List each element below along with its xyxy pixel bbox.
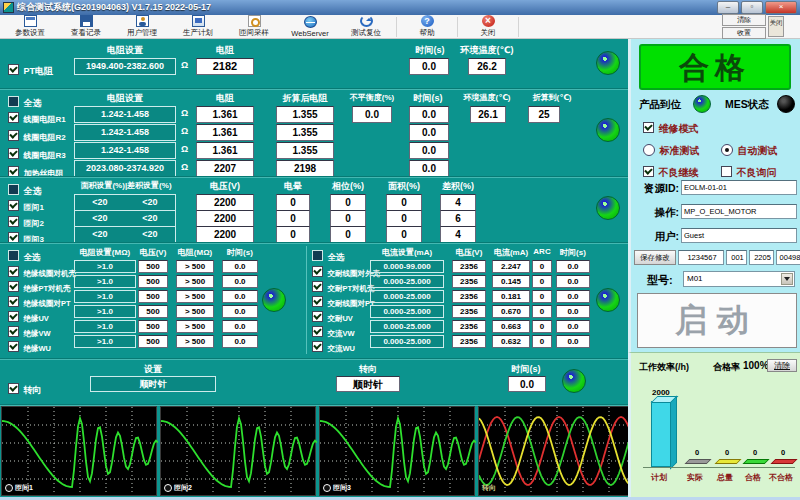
coil-setting-field[interactable]: 1.242-1.458 <box>74 124 176 141</box>
rotation-result-value: 顺时针 <box>336 376 400 392</box>
ins-res-value: > 500 <box>176 335 214 348</box>
maintenance-mode-checkbox[interactable]: 维修模式 <box>643 118 698 136</box>
close-side-tab[interactable]: 关闭 <box>768 16 784 37</box>
bar-plan <box>651 401 671 467</box>
toolbar-item-reset[interactable]: 测试复位 <box>338 15 394 38</box>
coil-conv-value: 1.355 <box>276 106 334 123</box>
user-input[interactable]: Guest <box>681 228 797 243</box>
toolbar-item-help[interactable]: 帮助 <box>399 15 455 38</box>
trace-dot-icon <box>164 484 172 492</box>
acw-setting-field[interactable]: 0.000-25.000 <box>370 290 444 303</box>
clear-mini-button[interactable]: 清除 <box>722 14 766 26</box>
ng-continue-checkbox[interactable]: 不良继续 <box>643 162 698 180</box>
checkbox-icon <box>643 122 654 133</box>
col-label: 相位(%) <box>324 180 372 193</box>
toolbar-item-close[interactable]: 关闭 <box>460 15 516 38</box>
ins-setting-field[interactable]: >1.0 <box>74 305 136 318</box>
window-title: 综合测试系统(G201904063) V1.7.15 2022-05-17 <box>17 1 211 14</box>
coil-setting-field[interactable]: 1.242-1.458 <box>74 142 176 159</box>
ins-res-value: > 500 <box>176 260 214 273</box>
standard-test-radio[interactable]: 标准测试 <box>643 140 699 158</box>
col-label: 面积(%) <box>380 180 428 193</box>
coil-row-checkbox[interactable]: 线圈电阻R3 <box>8 144 66 162</box>
turn-setting-field[interactable]: <20<20 <box>74 226 176 243</box>
close-button[interactable]: × <box>765 1 797 14</box>
acw-volt-value: 2356 <box>452 290 486 303</box>
serial-field-1[interactable]: 1234567 <box>678 250 724 265</box>
col-label: 电流(mA) <box>488 247 534 258</box>
reset-arrow-icon <box>360 15 373 27</box>
ng-ask-checkbox[interactable]: 不良询问 <box>721 162 776 180</box>
mes-status-label: MES状态 <box>725 98 769 112</box>
ins-setting-field[interactable]: >1.0 <box>74 290 136 303</box>
serial-field-2[interactable]: 001 <box>726 250 747 265</box>
clear-stats-button[interactable]: 清除 <box>767 359 797 372</box>
coil-row-checkbox[interactable]: 线圈电阻R1 <box>8 108 66 126</box>
ins-volt-value: 500 <box>138 290 168 303</box>
ins-setting-field[interactable]: >1.0 <box>74 335 136 348</box>
turn-setting-field[interactable]: <20<20 <box>74 210 176 227</box>
coil-setting-field[interactable]: 1.242-1.458 <box>74 106 176 123</box>
col-label: 面积设置(%)|差积设置(%) <box>56 180 196 191</box>
acw-setting-field[interactable]: 0.000-25.000 <box>370 305 444 318</box>
checkbox-icon <box>8 326 19 337</box>
pt-setting-field[interactable]: 1949.400-2382.600 <box>74 58 176 75</box>
serial-field-3[interactable]: 2205 <box>749 250 774 265</box>
ins-setting-field[interactable]: >1.0 <box>74 275 136 288</box>
acw-setting-field[interactable]: 0.000-25.000 <box>370 275 444 288</box>
coil-temp-value: 26.1 <box>470 106 506 123</box>
acw-setting-field[interactable]: 0.000-25.000 <box>370 335 444 348</box>
model-select[interactable]: M01 <box>683 271 795 287</box>
bar-total <box>715 459 742 464</box>
ins-res-value: > 500 <box>176 305 214 318</box>
ins-setting-field[interactable]: >1.0 <box>74 320 136 333</box>
bar-label-total: 总量 <box>717 472 733 483</box>
serial-field-4[interactable]: 00498 <box>776 250 800 265</box>
acw-row-checkbox[interactable]: 交流WU <box>312 337 355 355</box>
pt-res-value: 2182 <box>196 58 254 75</box>
pass-rate-value: 100% <box>743 360 769 371</box>
toolbar-item-sampling[interactable]: 匝间采样 <box>226 15 282 38</box>
maximize-button[interactable]: ▫ <box>741 1 763 14</box>
pt-checkbox[interactable]: PT电阻 <box>8 60 53 78</box>
col-label: 电压(V) <box>196 180 254 193</box>
collect-mini-button[interactable]: 收置 <box>722 27 766 39</box>
ins-volt-value: 500 <box>138 275 168 288</box>
acw-time-value: 0.0 <box>556 260 590 273</box>
minimize-button[interactable]: – <box>717 1 739 14</box>
acw-setting-field[interactable]: 0.000-99.000 <box>370 260 444 273</box>
checkbox-icon <box>8 148 19 159</box>
col-label: 电压(V) <box>450 247 488 258</box>
toolbar-item-plan[interactable]: 生产计划 <box>170 15 226 38</box>
toolbar-item-users[interactable]: 用户管理 <box>114 15 170 38</box>
dropdown-button[interactable] <box>781 273 793 285</box>
ins-row-checkbox[interactable]: 绝缘WU <box>8 337 51 355</box>
acw-volt-value: 2356 <box>452 335 486 348</box>
acw-volt-value: 2356 <box>452 260 486 273</box>
rotation-result-label: 转向 <box>336 363 400 376</box>
rotation-setting-field[interactable]: 顺时针 <box>90 376 216 392</box>
toolbar-item-records[interactable]: 查看记录 <box>58 15 114 38</box>
acw-setting-field[interactable]: 0.000-25.000 <box>370 320 444 333</box>
save-changes-button[interactable]: 保存修改 <box>634 250 676 265</box>
turn-volt-value: 2200 <box>196 194 254 211</box>
operation-input[interactable]: MP_O_EOL_MOTOR <box>681 204 797 219</box>
waveform <box>161 407 317 495</box>
coil-status-led <box>596 118 620 142</box>
ins-setting-field[interactable]: >1.0 <box>74 260 136 273</box>
bar-actual <box>685 459 712 464</box>
col-label: 时间(s) <box>404 92 452 105</box>
turn-setting-field[interactable]: <20<20 <box>74 194 176 211</box>
coil-setting-field[interactable]: 2023.080-2374.920 <box>74 160 176 177</box>
col-label: 电阻设置 <box>74 92 176 105</box>
start-button[interactable]: 启动 <box>637 293 797 348</box>
resource-id-input[interactable]: EOLM-01-01 <box>681 180 797 195</box>
toolbar-item-params[interactable]: 参数设置 <box>2 15 58 38</box>
coil-row-checkbox[interactable]: 线圈电阻R2 <box>8 126 66 144</box>
turn-phase-value: 0 <box>330 210 366 227</box>
toolbar-item-webserver[interactable]: WebServer <box>282 16 338 38</box>
auto-test-radio[interactable]: 自动测试 <box>721 140 777 158</box>
col-label: 时间(s) <box>220 247 260 258</box>
rotation-checkbox[interactable]: 转向 <box>8 379 41 397</box>
unit: Ω <box>181 144 188 154</box>
